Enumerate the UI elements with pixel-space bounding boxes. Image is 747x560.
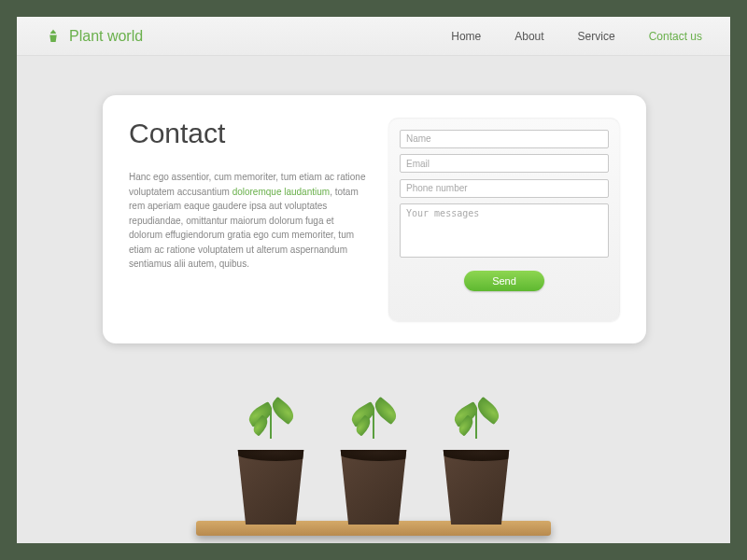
contact-description: Hanc ego assentior, cum memoriter, tum e… bbox=[129, 170, 368, 272]
brand-name: Plant world bbox=[69, 28, 143, 45]
brand-logo[interactable]: Plant world bbox=[45, 28, 143, 45]
phone-field[interactable] bbox=[400, 179, 609, 198]
header: Plant world Home About Service Contact u… bbox=[17, 17, 730, 56]
page-title: Contact bbox=[129, 118, 368, 149]
plant-pot bbox=[329, 435, 418, 525]
name-field[interactable] bbox=[400, 130, 609, 148]
nav-contact[interactable]: Contact us bbox=[649, 30, 702, 43]
message-field[interactable] bbox=[400, 203, 609, 258]
email-field[interactable] bbox=[400, 154, 609, 173]
plant-pot bbox=[226, 435, 316, 525]
plant-pot-icon bbox=[45, 28, 62, 45]
nav-home[interactable]: Home bbox=[451, 30, 481, 43]
plant-pot bbox=[431, 435, 521, 525]
nav-service[interactable]: Service bbox=[578, 30, 615, 43]
contact-card: Contact Hanc ego assentior, cum memorite… bbox=[103, 95, 646, 343]
contact-form: Send bbox=[388, 118, 620, 321]
contact-text: Contact Hanc ego assentior, cum memorite… bbox=[129, 118, 368, 321]
desc-post: , totam rem aperiam eaque gaudere ipsa a… bbox=[129, 187, 359, 270]
nav: Home About Service Contact us bbox=[451, 30, 702, 43]
nav-about[interactable]: About bbox=[514, 30, 543, 43]
desc-highlight-link[interactable]: doloremque laudantium bbox=[233, 187, 331, 197]
send-button[interactable]: Send bbox=[464, 271, 544, 291]
